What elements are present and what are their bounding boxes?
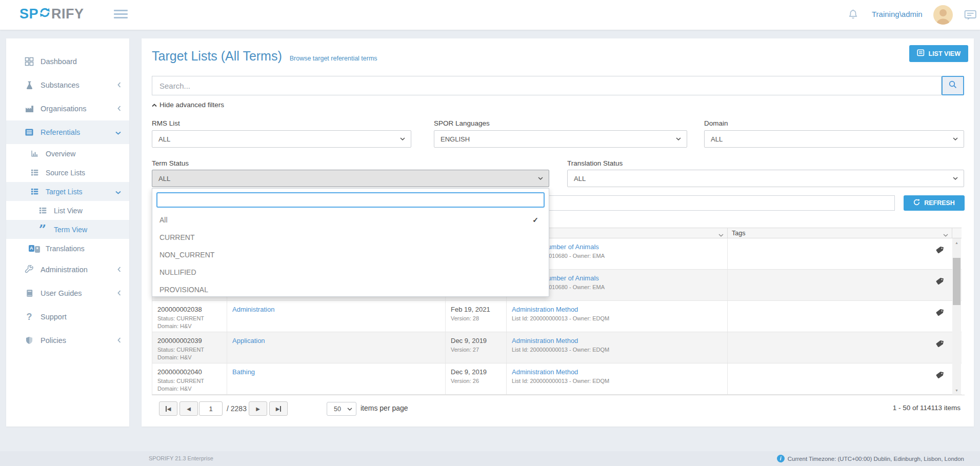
sidebar-item-source-lists[interactable]: Source Lists — [6, 163, 129, 182]
check-icon: ✓ — [532, 216, 538, 224]
dropdown-option-current[interactable]: CURRENT — [152, 229, 549, 246]
info-icon: i — [777, 455, 785, 462]
previous-page-button[interactable]: ◀ — [179, 401, 198, 416]
dropdown-option-provisional[interactable]: PROVISIONAL — [152, 281, 549, 298]
items-per-page-select[interactable]: 50 — [327, 402, 356, 416]
option-label: NULLIFIED — [159, 268, 196, 276]
sidebar-item-substances[interactable]: Substances — [6, 73, 129, 97]
referentials-list-icon — [24, 128, 35, 137]
term-status-value: ALL — [158, 175, 170, 183]
sidebar-item-support[interactable]: ? Support — [6, 305, 129, 329]
column-menu-chevron-icon[interactable] — [718, 231, 724, 238]
next-page-icon: ▶ — [256, 406, 260, 412]
domain-value: ALL — [711, 135, 723, 143]
sidebar-item-translations[interactable]: A* Translations — [6, 239, 129, 258]
hamburger-menu-icon[interactable] — [114, 10, 128, 21]
hide-advanced-filters-toggle[interactable]: Hide advanced filters — [152, 101, 224, 109]
column-menu-chevron-icon[interactable] — [943, 231, 948, 238]
list-link[interactable]: Administration Method — [512, 337, 578, 345]
term-link[interactable]: Administration — [232, 306, 274, 313]
sidebar-item-administration[interactable]: Administration — [6, 258, 129, 281]
sidebar-item-organisations[interactable]: Organisations — [6, 97, 129, 120]
translation-status-select[interactable]: ALL — [567, 170, 964, 187]
refresh-icon — [913, 199, 920, 207]
chevron-left-icon — [117, 81, 121, 89]
tag-icon[interactable] — [936, 339, 944, 350]
sidebar-item-label: List View — [54, 207, 83, 215]
term-link[interactable]: Application — [232, 337, 265, 345]
table-scrollbar[interactable]: ▲ ▼ — [952, 238, 961, 395]
term-status-dropdown: All ✓ CURRENT NON_CURRENT NULLIFIED PROV… — [152, 188, 549, 297]
list-view-button[interactable]: LIST VIEW — [909, 45, 969, 62]
spor-languages-select[interactable]: ENGLISH — [434, 130, 687, 148]
sidebar-item-label: Target Lists — [46, 188, 83, 196]
page-number-input[interactable] — [199, 401, 223, 416]
list-view-icon — [917, 49, 925, 58]
sidebar-item-referentials[interactable]: Referentials — [6, 120, 129, 144]
scrollbar-thumb[interactable] — [953, 258, 961, 305]
list-link[interactable]: Administration Method — [512, 368, 578, 376]
sidebar-item-target-lists[interactable]: Target Lists — [6, 182, 129, 201]
rms-list-select[interactable]: ALL — [152, 130, 411, 148]
sidebar-item-dashboard[interactable]: Dashboard — [6, 50, 129, 73]
flask-icon — [24, 80, 35, 90]
sidebar-item-user-guides[interactable]: User Guides — [6, 281, 129, 305]
dropdown-option-all[interactable]: All ✓ — [152, 211, 549, 229]
table-row: 200000002040Status: CURRENTDomain: H&V B… — [152, 363, 962, 395]
feedback-chat-icon[interactable] — [964, 9, 977, 23]
pagination-bar: ◀ ◀ / 2283 ▶ ▶ 50 items per page 1 - 50 … — [152, 395, 965, 421]
hide-filters-label: Hide advanced filters — [159, 101, 224, 109]
footer: SPORIFY 21.3 Enterprise i Current Timezo… — [0, 451, 980, 466]
sidebar-item-policies[interactable]: Policies — [6, 329, 129, 352]
logo-text-right: RIFY — [51, 6, 84, 22]
next-page-button[interactable]: ▶ — [249, 401, 267, 416]
rms-list-value: ALL — [158, 135, 170, 143]
scroll-down-icon[interactable]: ▼ — [952, 386, 961, 395]
avatar[interactable] — [933, 5, 953, 25]
translation-status-value: ALL — [574, 175, 586, 183]
list-rows-icon — [37, 206, 48, 215]
user-menu[interactable]: Training\admin — [872, 10, 923, 18]
translations-icon: A* — [29, 245, 40, 252]
book-icon — [24, 289, 35, 298]
refresh-button[interactable]: REFRESH — [904, 195, 965, 211]
domain-select[interactable]: ALL — [704, 130, 964, 148]
chevron-down-icon — [953, 177, 958, 180]
chevron-down-icon — [538, 177, 543, 180]
chevron-down-icon — [400, 137, 405, 140]
tag-icon[interactable] — [936, 246, 944, 256]
tag-icon[interactable] — [936, 277, 944, 287]
sidebar-item-label: Dashboard — [41, 57, 77, 66]
notifications-bell-icon[interactable] — [847, 8, 859, 23]
sidebar-item-label: Overview — [46, 150, 75, 158]
list-link[interactable]: Administration Method — [512, 306, 578, 313]
spor-languages-label: SPOR Languages — [434, 119, 490, 127]
dropdown-option-nullified[interactable]: NULLIFIED — [152, 264, 549, 281]
chevron-left-icon — [117, 105, 121, 113]
tag-icon[interactable] — [936, 371, 944, 381]
browse-terms-link[interactable]: Browse target referential terms — [290, 55, 377, 62]
last-page-button[interactable]: ▶ — [269, 401, 288, 416]
tag-icon[interactable] — [936, 308, 944, 318]
term-status-select[interactable]: ALL — [152, 170, 549, 187]
refresh-button-label: REFRESH — [924, 199, 955, 207]
chevron-left-icon — [117, 289, 121, 297]
sidebar-item-label: Source Lists — [46, 169, 85, 177]
dropdown-option-non-current[interactable]: NON_CURRENT — [152, 246, 549, 264]
first-page-button[interactable]: ◀ — [159, 401, 177, 416]
dropdown-filter-input[interactable] — [156, 192, 545, 208]
shield-icon — [24, 336, 35, 345]
search-input[interactable] — [152, 76, 942, 95]
app-logo[interactable]: SP RIFY — [19, 6, 84, 22]
sidebar-item-term-view[interactable]: ” Term View — [6, 220, 129, 239]
scroll-up-icon[interactable]: ▲ — [952, 238, 961, 247]
term-link[interactable]: Bathing — [232, 368, 255, 376]
sidebar-item-list-view[interactable]: List View — [6, 201, 129, 220]
domain-label: Domain — [704, 119, 728, 127]
sidebar-item-overview[interactable]: Overview — [6, 144, 129, 163]
option-label: All — [159, 216, 168, 224]
total-pages-label: / 2283 — [227, 404, 247, 413]
chevron-up-icon — [152, 101, 157, 109]
table-row: 200000002039Status: CURRENTDomain: H&V A… — [152, 332, 962, 363]
search-button[interactable] — [942, 76, 964, 95]
